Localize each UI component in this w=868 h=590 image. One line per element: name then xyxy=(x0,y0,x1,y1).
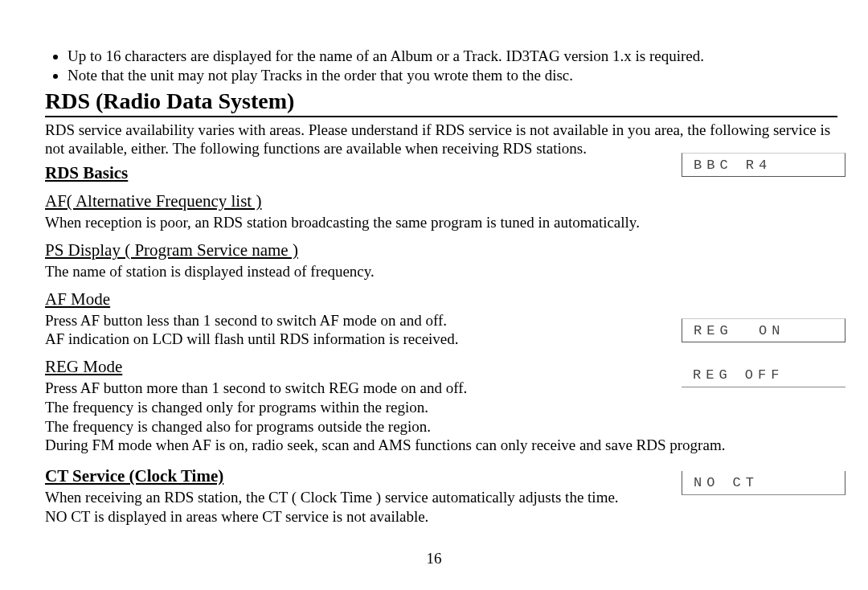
afmode-heading: AF Mode xyxy=(45,289,837,309)
lcd-display-no-ct: NO CT xyxy=(682,471,845,495)
manual-page: Up to 16 characters are displayed for th… xyxy=(0,0,868,590)
page-number: 16 xyxy=(0,550,868,567)
regmode-body-4: During FM mode when AF is on, radio seek… xyxy=(45,436,837,455)
divider xyxy=(45,116,837,117)
lcd-display-reg-on: REG ON xyxy=(682,318,845,342)
section-title: RDS (Radio Data System) xyxy=(45,88,837,114)
ct-body-2: NO CT is displayed in areas where CT ser… xyxy=(45,507,837,526)
top-bullet-list: Up to 16 characters are displayed for th… xyxy=(45,47,837,85)
bullet-item: Up to 16 characters are displayed for th… xyxy=(68,47,837,66)
ps-heading: PS Display ( Program Service name ) xyxy=(45,240,837,260)
bullet-item: Note that the unit may not play Tracks i… xyxy=(68,66,837,85)
lcd-display-reg-off: REG OFF xyxy=(682,363,845,387)
af-body: When reception is poor, an RDS station b… xyxy=(45,213,837,232)
regmode-body-3: The frequency is changed also for progra… xyxy=(45,417,837,436)
ps-body: The name of station is displayed instead… xyxy=(45,262,837,281)
lcd-display-bbc: BBC R4 xyxy=(682,153,845,177)
af-heading: AF( Alternative Frequency list ) xyxy=(45,191,837,211)
regmode-body-2: The frequency is changed only for progra… xyxy=(45,398,837,417)
